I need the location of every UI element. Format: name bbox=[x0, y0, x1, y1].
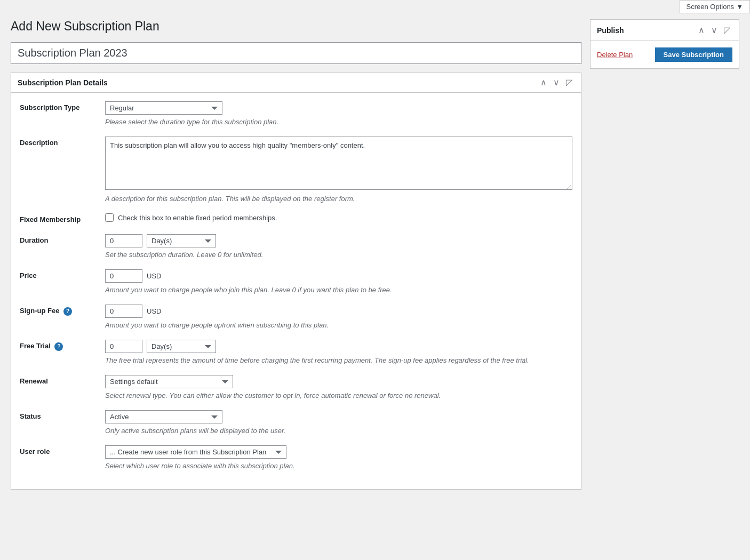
user-role-help: Select which user role to associate with… bbox=[105, 462, 572, 470]
free-trial-unit-select[interactable]: Day(s) Week(s) Month(s) Year(s) bbox=[147, 340, 216, 353]
metabox-expand-btn[interactable]: ∨ bbox=[551, 77, 562, 88]
price-inline-group: USD bbox=[105, 269, 572, 283]
screen-options-label: Screen Options bbox=[687, 3, 735, 11]
description-row: Description This subscription plan will … bbox=[20, 137, 572, 203]
user-role-row: User role ... Create new user role from … bbox=[20, 445, 572, 470]
duration-content: Day(s) Week(s) Month(s) Year(s) Set the … bbox=[105, 234, 572, 259]
duration-unit-select[interactable]: Day(s) Week(s) Month(s) Year(s) bbox=[147, 234, 216, 247]
publish-expand-btn[interactable]: ∨ bbox=[709, 24, 720, 36]
description-help: A description for this subscription plan… bbox=[105, 195, 572, 203]
free-trial-label: Free Trial ? bbox=[20, 340, 105, 364]
price-row: Price USD Amount you want to charge peop… bbox=[20, 269, 572, 294]
sidebar-column: Publish ∧ ∨ ◸ Delete Plan Save Subscript… bbox=[590, 19, 739, 498]
fixed-membership-content: Check this box to enable fixed period me… bbox=[105, 213, 572, 223]
signup-fee-label: Sign-up Fee ? bbox=[20, 305, 105, 329]
metabox-body: Subscription Type Regular One-Time Recur… bbox=[11, 93, 581, 489]
duration-number-input[interactable] bbox=[105, 234, 142, 247]
free-trial-content: Day(s) Week(s) Month(s) Year(s) The free… bbox=[105, 340, 572, 364]
description-content: This subscription plan will allow you to… bbox=[105, 137, 572, 203]
price-help: Amount you want to charge people who joi… bbox=[105, 286, 572, 294]
fixed-membership-label: Fixed Membership bbox=[20, 213, 105, 223]
signup-fee-currency: USD bbox=[147, 307, 161, 315]
status-select[interactable]: Active Inactive bbox=[105, 410, 222, 423]
publish-box: Publish ∧ ∨ ◸ Delete Plan Save Subscript… bbox=[590, 19, 739, 69]
subscription-type-row: Subscription Type Regular One-Time Recur… bbox=[20, 101, 572, 126]
publish-header: Publish ∧ ∨ ◸ bbox=[591, 20, 739, 41]
publish-fullscreen-btn[interactable]: ◸ bbox=[722, 24, 732, 36]
renewal-help: Select renewal type. You can either allo… bbox=[105, 391, 572, 399]
renewal-select[interactable]: Settings default Allow customer to opt i… bbox=[105, 375, 233, 388]
metabox-controls: ∧ ∨ ◸ bbox=[538, 77, 575, 88]
free-trial-number-input[interactable] bbox=[105, 340, 142, 353]
signup-fee-inline-group: USD bbox=[105, 305, 572, 318]
status-row: Status Active Inactive Only active subsc… bbox=[20, 410, 572, 435]
signup-fee-help: Amount you want to charge people upfront… bbox=[105, 321, 572, 329]
screen-options-bar[interactable]: Screen Options ▼ bbox=[680, 0, 750, 13]
publish-title: Publish bbox=[597, 26, 624, 35]
free-trial-help: The free trial represents the amount of … bbox=[105, 356, 572, 364]
status-help: Only active subscription plans will be d… bbox=[105, 427, 572, 435]
user-role-select[interactable]: ... Create new user role from this Subsc… bbox=[105, 445, 286, 459]
duration-inline-group: Day(s) Week(s) Month(s) Year(s) bbox=[105, 234, 572, 247]
metabox-title: Subscription Plan Details bbox=[18, 78, 108, 87]
metabox-header[interactable]: Subscription Plan Details ∧ ∨ ◸ bbox=[11, 73, 581, 93]
duration-label: Duration bbox=[20, 234, 105, 259]
status-content: Active Inactive Only active subscription… bbox=[105, 410, 572, 435]
save-subscription-button[interactable]: Save Subscription bbox=[655, 47, 732, 62]
subscription-plan-details-metabox: Subscription Plan Details ∧ ∨ ◸ Subscrip… bbox=[11, 73, 581, 490]
free-trial-inline-group: Day(s) Week(s) Month(s) Year(s) bbox=[105, 340, 572, 353]
subscription-type-select[interactable]: Regular One-Time Recurring bbox=[105, 101, 222, 115]
renewal-label: Renewal bbox=[20, 375, 105, 399]
metabox-fullscreen-btn[interactable]: ◸ bbox=[564, 77, 575, 88]
description-textarea[interactable]: This subscription plan will allow you to… bbox=[105, 137, 572, 190]
metabox-collapse-btn[interactable]: ∧ bbox=[538, 77, 549, 88]
free-trial-row: Free Trial ? Day(s) Week(s) Month(s) Yea… bbox=[20, 340, 572, 364]
subscription-type-content: Regular One-Time Recurring Please select… bbox=[105, 101, 572, 126]
fixed-membership-checkbox-label: Check this box to enable fixed period me… bbox=[118, 214, 277, 222]
user-role-content: ... Create new user role from this Subsc… bbox=[105, 445, 572, 470]
fixed-membership-row: Fixed Membership Check this box to enabl… bbox=[20, 213, 572, 223]
signup-fee-input[interactable] bbox=[105, 305, 142, 318]
publish-body: Delete Plan Save Subscription bbox=[591, 41, 739, 68]
user-role-label: User role bbox=[20, 445, 105, 470]
subscription-type-label: Subscription Type bbox=[20, 101, 105, 126]
subscription-type-help: Please select the duration type for this… bbox=[105, 118, 572, 126]
renewal-row: Renewal Settings default Allow customer … bbox=[20, 375, 572, 399]
page-title: Add New Subscription Plan bbox=[11, 19, 581, 34]
main-column: Add New Subscription Plan Subscription P… bbox=[11, 19, 581, 498]
free-trial-help-icon[interactable]: ? bbox=[54, 342, 63, 351]
fixed-membership-checkbox[interactable] bbox=[105, 213, 114, 222]
price-currency: USD bbox=[147, 272, 161, 280]
delete-plan-button[interactable]: Delete Plan bbox=[597, 51, 633, 59]
signup-fee-content: USD Amount you want to charge people upf… bbox=[105, 305, 572, 329]
price-input[interactable] bbox=[105, 269, 142, 283]
signup-fee-help-icon[interactable]: ? bbox=[63, 307, 72, 316]
subscription-plan-title-input[interactable] bbox=[11, 42, 581, 64]
renewal-content: Settings default Allow customer to opt i… bbox=[105, 375, 572, 399]
fixed-membership-checkbox-row: Check this box to enable fixed period me… bbox=[105, 213, 572, 222]
price-content: USD Amount you want to charge people who… bbox=[105, 269, 572, 294]
signup-fee-row: Sign-up Fee ? USD Amount you want to cha… bbox=[20, 305, 572, 329]
duration-row: Duration Day(s) Week(s) Month(s) Year(s)… bbox=[20, 234, 572, 259]
duration-help: Set the subscription duration. Leave 0 f… bbox=[105, 251, 572, 259]
screen-options-chevron: ▼ bbox=[736, 3, 743, 11]
price-label: Price bbox=[20, 269, 105, 294]
description-label: Description bbox=[20, 137, 105, 203]
publish-collapse-btn[interactable]: ∧ bbox=[696, 24, 707, 36]
publish-header-controls: ∧ ∨ ◸ bbox=[696, 24, 732, 36]
status-label: Status bbox=[20, 410, 105, 435]
